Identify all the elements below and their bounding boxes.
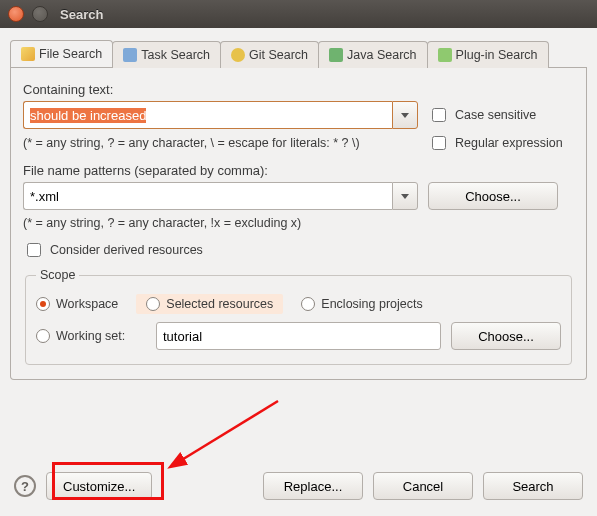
tab-java-search[interactable]: Java Search bbox=[318, 41, 427, 68]
scope-workingset-label: Working set: bbox=[56, 329, 125, 343]
radio-icon bbox=[36, 297, 50, 311]
tab-panel-file-search: Containing text: Case sensitive (* = any… bbox=[10, 68, 587, 380]
window-minimize-icon[interactable] bbox=[32, 6, 48, 22]
filename-patterns-combo bbox=[23, 182, 418, 210]
containing-text-dropdown[interactable] bbox=[392, 101, 418, 129]
titlebar: Search bbox=[0, 0, 597, 28]
workingset-choose-button[interactable]: Choose... bbox=[451, 322, 561, 350]
derived-resources-checkbox[interactable]: Consider derived resources bbox=[23, 240, 574, 260]
regex-checkbox[interactable]: Regular expression bbox=[428, 133, 563, 153]
cancel-button[interactable]: Cancel bbox=[373, 472, 473, 500]
dialog-footer: ? Customize... Replace... Cancel Search bbox=[0, 460, 597, 516]
scope-selected-label: Selected resources bbox=[166, 297, 273, 311]
window-close-icon[interactable] bbox=[8, 6, 24, 22]
case-sensitive-checkbox[interactable]: Case sensitive bbox=[428, 105, 536, 125]
help-button[interactable]: ? bbox=[14, 475, 36, 497]
containing-text-hint: (* = any string, ? = any character, \ = … bbox=[23, 136, 418, 150]
filename-patterns-dropdown[interactable] bbox=[392, 182, 418, 210]
scope-workspace-label: Workspace bbox=[56, 297, 118, 311]
tab-label: Task Search bbox=[141, 48, 210, 62]
filename-choose-button[interactable]: Choose... bbox=[428, 182, 558, 210]
customize-button[interactable]: Customize... bbox=[46, 472, 152, 500]
plugin-search-icon bbox=[438, 48, 452, 62]
tab-git-search[interactable]: Git Search bbox=[220, 41, 319, 68]
derived-resources-label: Consider derived resources bbox=[50, 243, 203, 257]
scope-enclosing-label: Enclosing projects bbox=[321, 297, 422, 311]
replace-button[interactable]: Replace... bbox=[263, 472, 363, 500]
containing-text-combo bbox=[23, 101, 418, 129]
tab-plugin-search[interactable]: Plug-in Search bbox=[427, 41, 549, 68]
java-search-icon bbox=[329, 48, 343, 62]
scope-workspace-radio[interactable]: Workspace bbox=[36, 297, 118, 311]
radio-icon bbox=[301, 297, 315, 311]
case-sensitive-label: Case sensitive bbox=[455, 108, 536, 122]
tab-label: Java Search bbox=[347, 48, 416, 62]
filename-patterns-label: File name patterns (separated by comma): bbox=[23, 163, 574, 178]
radio-icon bbox=[36, 329, 50, 343]
svg-line-0 bbox=[180, 401, 278, 461]
window-title: Search bbox=[60, 7, 103, 22]
radio-icon bbox=[146, 297, 160, 311]
workingset-input[interactable] bbox=[156, 322, 441, 350]
derived-resources-input[interactable] bbox=[27, 243, 41, 257]
search-button[interactable]: Search bbox=[483, 472, 583, 500]
filename-patterns-input[interactable] bbox=[23, 182, 392, 210]
scope-legend: Scope bbox=[36, 268, 79, 282]
tab-bar: File Search Task Search Git Search Java … bbox=[10, 40, 587, 68]
scope-selected-resources-radio[interactable]: Selected resources bbox=[136, 294, 283, 314]
regex-input[interactable] bbox=[432, 136, 446, 150]
tab-label: Git Search bbox=[249, 48, 308, 62]
file-search-icon bbox=[21, 47, 35, 61]
help-icon: ? bbox=[21, 479, 29, 494]
case-sensitive-input[interactable] bbox=[432, 108, 446, 122]
scope-group: Scope Workspace Selected resources Enclo… bbox=[25, 268, 572, 365]
scope-workingset-radio[interactable]: Working set: bbox=[36, 329, 146, 343]
filename-patterns-hint: (* = any string, ? = any character, !x =… bbox=[23, 216, 574, 230]
tab-label: File Search bbox=[39, 47, 102, 61]
chevron-down-icon bbox=[401, 194, 409, 199]
dialog-content: File Search Task Search Git Search Java … bbox=[0, 28, 597, 392]
git-search-icon bbox=[231, 48, 245, 62]
task-search-icon bbox=[123, 48, 137, 62]
regex-label: Regular expression bbox=[455, 136, 563, 150]
chevron-down-icon bbox=[401, 113, 409, 118]
tab-label: Plug-in Search bbox=[456, 48, 538, 62]
containing-text-label: Containing text: bbox=[23, 82, 574, 97]
tab-task-search[interactable]: Task Search bbox=[112, 41, 221, 68]
tab-file-search[interactable]: File Search bbox=[10, 40, 113, 67]
containing-text-input[interactable] bbox=[23, 101, 392, 129]
scope-enclosing-projects-radio[interactable]: Enclosing projects bbox=[301, 297, 422, 311]
